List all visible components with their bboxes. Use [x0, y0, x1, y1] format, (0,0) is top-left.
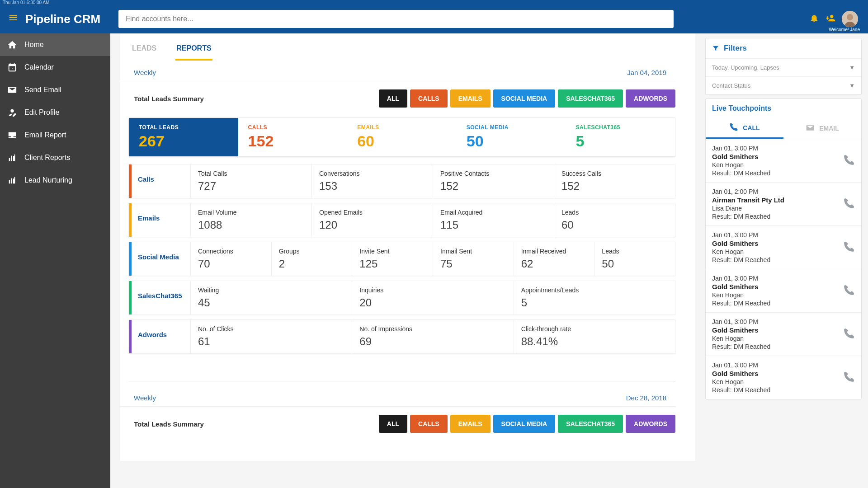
stat-cell: Opened Emails120 [311, 203, 433, 237]
stat-cell: No. of Impressions69 [352, 320, 513, 353]
chip-all[interactable]: ALL [379, 89, 407, 108]
notifications-icon[interactable] [809, 13, 819, 25]
report-period-link[interactable]: Weekly [134, 69, 156, 76]
phone-icon [843, 241, 855, 254]
phone-icon [843, 197, 855, 211]
stat-cell: No. of Clicks61 [190, 320, 352, 353]
stat-cell: Success Calls152 [554, 164, 675, 198]
user-avatar[interactable] [842, 11, 858, 27]
touchpoints-heading: Live Touchpoints [706, 99, 861, 118]
touchpoint-datetime: Jan 01, 3:00 PM [712, 275, 837, 282]
person-edit-icon [7, 108, 17, 117]
main-content: LEADSREPORTS WeeklyJan 04, 2019Total Lea… [110, 33, 703, 488]
metric-total-leads[interactable]: TOTAL LEADS267 [129, 118, 238, 156]
stat-cell: Inquiries20 [352, 281, 513, 314]
metric-social-media[interactable]: SOCIAL MEDIA50 [457, 118, 566, 156]
stat-cell: Connections70 [190, 242, 271, 276]
system-time-bar: Thu Jan 01 6:30:00 AM [0, 0, 868, 5]
app-title: Pipeline CRM [25, 12, 100, 26]
touchpoint-datetime: Jan 01, 2:00 PM [712, 188, 837, 195]
phone-icon [843, 284, 855, 298]
stat-category: Adwords [132, 320, 190, 353]
chip-emails[interactable]: EMAILS [450, 89, 491, 108]
chip-emails[interactable]: EMAILS [450, 415, 491, 433]
call-icon [729, 122, 738, 133]
filters-panel: Filters Today, Upcoming, Lapses▼ Contact… [705, 38, 862, 95]
touchpoint-item[interactable]: Jan 01, 3:00 PMGold SmithersKen HoganRes… [706, 313, 861, 356]
metrics-row: TOTAL LEADS267CALLS152EMAILS60SOCIAL MED… [128, 117, 675, 157]
report-period-link[interactable]: Weekly [134, 394, 156, 402]
add-user-icon[interactable] [826, 13, 835, 25]
sidebar-item-send-email[interactable]: Send Email [0, 79, 110, 101]
chip-all[interactable]: ALL [379, 415, 407, 433]
stat-card-adwords: AdwordsNo. of Clicks61No. of Impressions… [128, 319, 675, 354]
touchpoint-company: Gold Smithers [712, 326, 837, 334]
touchpoint-result: Result: DM Reached [712, 213, 837, 220]
home-icon [7, 40, 17, 50]
chip-calls[interactable]: CALLS [410, 415, 448, 433]
stat-category: Emails [132, 203, 190, 237]
sidebar-label: Send Email [24, 86, 61, 94]
stat-card-social-media: Social MediaConnections70Groups2Invite S… [128, 242, 675, 276]
filter-date-select[interactable]: Today, Upcoming, Lapses▼ [706, 58, 861, 76]
chip-saleschat365[interactable]: SALESCHAT365 [558, 415, 623, 433]
stat-card-emails: EmailsEmail Volume1088Opened Emails120Em… [128, 203, 675, 237]
sidebar-item-client-reports[interactable]: Client Reports [0, 146, 110, 169]
search-input[interactable] [118, 10, 674, 28]
chart-icon [7, 175, 17, 185]
sidebar-item-lead-nurturing[interactable]: Lead Nurturing [0, 169, 110, 192]
chip-adwords[interactable]: ADWORDS [626, 415, 675, 433]
menu-toggle-icon[interactable] [5, 10, 21, 28]
chip-social-media[interactable]: SOCIAL MEDIA [493, 89, 556, 108]
chevron-down-icon: ▼ [849, 82, 855, 89]
chip-adwords[interactable]: ADWORDS [626, 89, 675, 108]
touchpoint-tab-email[interactable]: EMAIL [783, 118, 861, 139]
content-tabs: LEADSREPORTS [120, 33, 695, 61]
tab-reports[interactable]: REPORTS [175, 40, 212, 61]
touchpoint-person: Ken Hogan [712, 161, 837, 169]
sidebar-item-home[interactable]: Home [0, 33, 110, 56]
stat-cell: Waiting45 [190, 281, 352, 314]
stat-cell: Inmail Received62 [514, 242, 594, 276]
touchpoint-datetime: Jan 01, 3:00 PM [712, 231, 837, 239]
right-sidebar: Filters Today, Upcoming, Lapses▼ Contact… [703, 33, 868, 488]
touchpoint-result: Result: DM Reached [712, 300, 837, 307]
touchpoint-item[interactable]: Jan 01, 3:00 PMGold SmithersKen HoganRes… [706, 139, 861, 183]
filters-heading: Filters [706, 38, 861, 58]
sidebar-item-calendar[interactable]: Calendar [0, 56, 110, 79]
metric-saleschat365[interactable]: SALESCHAT3655 [566, 118, 675, 156]
touchpoint-item[interactable]: Jan 01, 2:00 PMAirman Transit Pty LtdLis… [706, 183, 861, 226]
sidebar-item-email-report[interactable]: Email Report [0, 124, 110, 146]
touchpoint-result: Result: DM Reached [712, 256, 837, 263]
touchpoint-company: Gold Smithers [712, 370, 837, 377]
touchpoint-tab-call[interactable]: CALL [706, 118, 783, 139]
chip-saleschat365[interactable]: SALESCHAT365 [558, 89, 623, 108]
chip-social-media[interactable]: SOCIAL MEDIA [493, 415, 556, 433]
stat-category: Social Media [132, 242, 190, 276]
sidebar-item-edit-profile[interactable]: Edit Profile [0, 101, 110, 124]
chip-calls[interactable]: CALLS [410, 89, 448, 108]
metric-calls[interactable]: CALLS152 [238, 118, 348, 156]
touchpoint-item[interactable]: Jan 01, 3:00 PMGold SmithersKen HoganRes… [706, 226, 861, 269]
filter-status-select[interactable]: Contact Status▼ [706, 76, 861, 94]
stat-category: Calls [132, 164, 190, 198]
touchpoint-result: Result: DM Reached [712, 343, 837, 350]
touchpoint-person: Ken Hogan [712, 248, 837, 255]
report-date-link[interactable]: Jan 04, 2019 [627, 69, 666, 76]
touchpoint-company: Gold Smithers [712, 153, 837, 160]
touchpoint-company: Airman Transit Pty Ltd [712, 196, 837, 204]
report-date-link[interactable]: Dec 28, 2018 [626, 394, 666, 402]
stat-cell: Conversations153 [311, 164, 433, 198]
tab-leads[interactable]: LEADS [131, 40, 157, 61]
touchpoint-item[interactable]: Jan 01, 3:00 PMGold SmithersKen HoganRes… [706, 356, 861, 399]
touchpoint-datetime: Jan 01, 3:00 PM [712, 318, 837, 325]
phone-icon [843, 154, 855, 168]
stat-card-calls: CallsTotal Calls727Conversations153Posit… [128, 164, 675, 198]
touchpoint-result: Result: DM Reached [712, 386, 837, 394]
metric-emails[interactable]: EMAILS60 [347, 118, 457, 156]
touchpoint-person: Ken Hogan [712, 291, 837, 299]
phone-icon [843, 371, 855, 385]
touchpoint-person: Lisa Diane [712, 205, 837, 212]
touchpoint-item[interactable]: Jan 01, 3:00 PMGold SmithersKen HoganRes… [706, 269, 861, 313]
sidebar-label: Client Reports [24, 154, 70, 162]
